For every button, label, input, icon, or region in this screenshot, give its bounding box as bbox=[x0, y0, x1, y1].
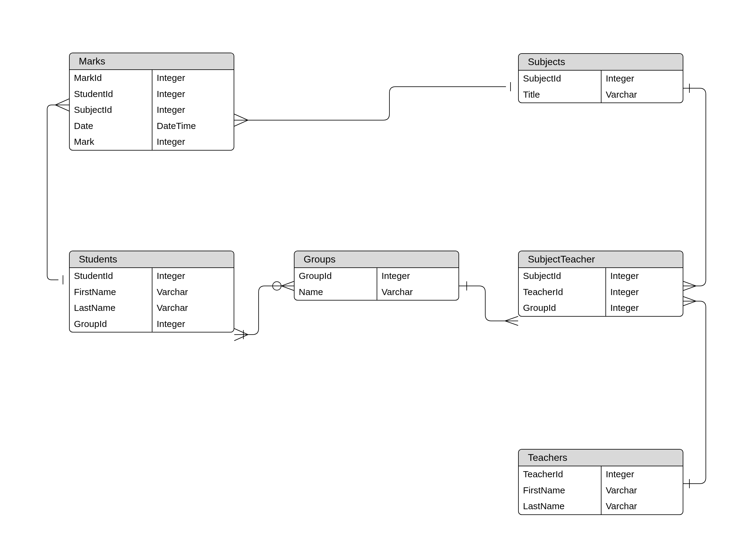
field-name: LastName bbox=[70, 300, 152, 316]
field-name: StudentId bbox=[70, 268, 152, 284]
field-type: Integer bbox=[152, 316, 234, 332]
field-name: MarkId bbox=[70, 70, 152, 86]
entity-students[interactable]: Students StudentId FirstName LastName Gr… bbox=[69, 251, 234, 332]
entity-subjectteacher[interactable]: SubjectTeacher SubjectId TeacherId Group… bbox=[518, 251, 683, 317]
field-name: StudentId bbox=[70, 86, 152, 102]
entity-title: Groups bbox=[295, 251, 458, 268]
field-name: GroupId bbox=[295, 268, 377, 284]
er-diagram-canvas: { "entities": { "marks": { "title": "Mar… bbox=[0, 0, 732, 560]
entity-title: SubjectTeacher bbox=[519, 251, 683, 268]
field-type: Varchar bbox=[152, 284, 234, 300]
field-type: Varchar bbox=[152, 300, 234, 316]
field-type: Integer bbox=[601, 466, 683, 482]
field-type: Integer bbox=[152, 86, 234, 102]
field-name: LastName bbox=[519, 498, 601, 514]
entity-subjects[interactable]: Subjects SubjectId Title Integer Varchar bbox=[518, 53, 683, 103]
field-name: TeacherId bbox=[519, 284, 605, 300]
entity-title: Teachers bbox=[519, 450, 683, 466]
entity-title: Marks bbox=[70, 53, 234, 70]
svg-point-0 bbox=[273, 282, 281, 290]
field-type: Integer bbox=[152, 70, 234, 86]
entity-teachers[interactable]: Teachers TeacherId FirstName LastName In… bbox=[518, 449, 683, 515]
field-name: Name bbox=[295, 284, 377, 300]
field-type: Integer bbox=[601, 71, 683, 87]
field-type: Integer bbox=[606, 268, 683, 284]
field-name: FirstName bbox=[519, 482, 601, 499]
field-name: SubjectId bbox=[519, 71, 601, 87]
field-type: Varchar bbox=[601, 482, 683, 499]
field-type: Integer bbox=[606, 284, 683, 300]
field-type: Integer bbox=[152, 134, 234, 150]
entity-marks[interactable]: Marks MarkId StudentId SubjectId Date Ma… bbox=[69, 53, 234, 151]
field-type: Varchar bbox=[601, 87, 683, 103]
field-name: Date bbox=[70, 118, 152, 134]
field-type: Varchar bbox=[601, 498, 683, 514]
field-name: SubjectId bbox=[519, 268, 605, 284]
entity-groups[interactable]: Groups GroupId Name Integer Varchar bbox=[294, 251, 459, 301]
field-name: Title bbox=[519, 87, 601, 103]
entity-title: Students bbox=[70, 251, 234, 268]
field-type: Integer bbox=[152, 268, 234, 284]
field-type: DateTime bbox=[152, 118, 234, 134]
entity-title: Subjects bbox=[519, 54, 683, 71]
field-type: Integer bbox=[152, 102, 234, 118]
field-name: GroupId bbox=[519, 300, 605, 316]
field-type: Integer bbox=[377, 268, 458, 284]
field-type: Integer bbox=[606, 300, 683, 316]
field-type: Varchar bbox=[377, 284, 458, 300]
field-name: Mark bbox=[70, 134, 152, 150]
field-name: TeacherId bbox=[519, 466, 601, 482]
field-name: SubjectId bbox=[70, 102, 152, 118]
field-name: GroupId bbox=[70, 316, 152, 332]
field-name: FirstName bbox=[70, 284, 152, 300]
